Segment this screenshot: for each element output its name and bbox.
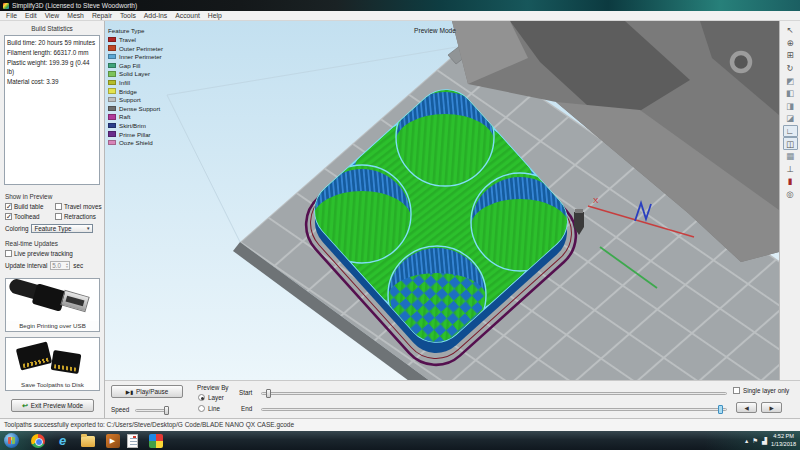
tray-clock[interactable]: 4:52 PM 1/13/2018 xyxy=(771,433,796,448)
legend-label: Inner Perimeter xyxy=(119,53,162,60)
speed-slider-thumb[interactable] xyxy=(164,406,169,415)
legend-label: Ooze Shield xyxy=(119,139,153,146)
toolbar-icon: ◪ xyxy=(786,113,794,123)
coloring-dropdown[interactable]: Feature Type ▼ xyxy=(31,224,93,233)
preview-by-radios: Layer Line xyxy=(198,394,224,412)
checkbox-label: Retractions xyxy=(64,213,96,220)
end-slider-thumb[interactable] xyxy=(718,405,723,414)
toolbar-icon: ⊞ xyxy=(786,50,793,60)
coloring-label: Coloring xyxy=(5,225,28,232)
legend-item: Support xyxy=(108,96,198,103)
start-button[interactable] xyxy=(4,433,19,448)
preview-3d-scene[interactable]: X xyxy=(105,21,779,380)
toolbar-button[interactable]: ◧ xyxy=(783,87,798,100)
speed-label: Speed xyxy=(111,406,129,413)
toolbar-button[interactable]: ▦ xyxy=(783,150,798,163)
legend-item: Prime Pillar xyxy=(108,131,198,138)
preview-checkbox-item[interactable]: Retractions xyxy=(55,213,105,220)
toolbar-button[interactable]: ∟ xyxy=(783,125,798,138)
checkbox-icon[interactable] xyxy=(55,213,62,220)
coloring-value: Feature Type xyxy=(34,225,71,232)
toolbar-button[interactable]: ◨ xyxy=(783,100,798,113)
toolbar-icon: ▦ xyxy=(786,151,794,161)
legend-item: Gap Fill xyxy=(108,62,198,69)
exit-preview-mode-button[interactable]: ↩ Exit Preview Mode xyxy=(11,399,94,412)
menu-item[interactable]: Mesh xyxy=(63,11,88,20)
network-icon[interactable]: ▟ xyxy=(762,437,767,445)
toolbar-button[interactable]: ◫ xyxy=(783,137,798,150)
checkbox-icon[interactable] xyxy=(5,250,12,257)
file-explorer-icon[interactable] xyxy=(81,436,95,447)
toolbar-button[interactable]: ⊥ xyxy=(783,163,798,176)
next-layer-button[interactable]: ▶ xyxy=(761,402,782,413)
preview-3d-viewport[interactable]: X Preview Mode Feature Type Travel Outer… xyxy=(105,21,779,380)
toolbar-icon: ↻ xyxy=(786,63,793,73)
back-arrow-icon: ↩ xyxy=(22,402,28,410)
toolbar-icon: ◫ xyxy=(786,139,794,149)
start-slider[interactable] xyxy=(261,392,727,395)
menu-item[interactable]: Tools xyxy=(116,11,140,20)
action-center-flag-icon[interactable]: ⚑ xyxy=(752,437,758,445)
end-slider[interactable] xyxy=(261,408,727,411)
preview-by-radio-item[interactable]: Line xyxy=(198,405,224,412)
menu-item[interactable]: Help xyxy=(204,11,226,20)
checkbox-icon[interactable] xyxy=(55,203,62,210)
radio-icon[interactable] xyxy=(198,394,205,401)
preview-by-label: Preview By xyxy=(197,384,229,391)
chrome-icon[interactable] xyxy=(31,434,45,448)
notepad-icon[interactable] xyxy=(127,434,138,448)
internet-explorer-icon[interactable]: e xyxy=(56,434,70,448)
legend-swatch xyxy=(108,114,116,120)
single-layer-checkbox-item[interactable]: Single layer only xyxy=(733,387,789,394)
menu-item[interactable]: File xyxy=(2,11,21,20)
window-titlebar[interactable]: Simplify3D (Licensed to Steve Woodworth) xyxy=(0,0,800,11)
speed-slider[interactable] xyxy=(135,409,169,412)
play-pause-button[interactable]: ▶▮ Play/Pause xyxy=(111,385,183,398)
legend-item: Infill xyxy=(108,79,198,86)
begin-printing-usb-button[interactable]: Begin Printing over USB xyxy=(5,278,100,332)
preview-checkbox-item[interactable]: Travel moves xyxy=(55,203,105,210)
update-interval-spinner[interactable]: 5.0 ▲▼ xyxy=(50,261,70,270)
preview-by-radio-item[interactable]: Layer xyxy=(198,394,224,401)
preview-checkbox-item[interactable]: Build table xyxy=(5,203,55,210)
start-slider-thumb[interactable] xyxy=(266,389,271,398)
toolbar-button[interactable]: ◎ xyxy=(783,188,798,201)
toolhead-marker-top xyxy=(575,209,583,213)
simplify3d-taskbar-icon[interactable] xyxy=(149,434,163,448)
menu-item[interactable]: Add-Ins xyxy=(140,11,171,20)
realtime-checkbox-item[interactable]: Live preview tracking xyxy=(5,250,105,257)
toolbar-button[interactable]: ◩ xyxy=(783,74,798,87)
toolbar-button[interactable]: ↖ xyxy=(783,24,798,37)
legend-swatch xyxy=(108,123,116,129)
checkbox-icon[interactable] xyxy=(733,387,740,394)
checkbox-icon[interactable] xyxy=(5,213,12,220)
menu-item[interactable]: View xyxy=(41,11,64,20)
toolbar-button[interactable]: ⊕ xyxy=(783,37,798,50)
tray-expand-icon[interactable]: ▴ xyxy=(745,437,748,445)
build-statistic-line: Filament length: 66317.0 mm xyxy=(7,48,97,58)
legend-label: Infill xyxy=(119,79,130,86)
view-toolbar: ↖ ⊕ ⊞ ↻ ◩ ◧ ◨ ◪ ∟ ◫ xyxy=(779,21,800,380)
toolbar-button[interactable]: ⊞ xyxy=(783,49,798,62)
previous-layer-button[interactable]: ◀ xyxy=(736,402,757,413)
play-pause-icon: ▶▮ xyxy=(126,389,133,395)
menu-item[interactable]: Edit xyxy=(21,11,41,20)
save-toolpaths-button[interactable]: Save Toolpaths to Disk xyxy=(5,337,100,391)
media-player-icon[interactable]: ▶ xyxy=(106,434,120,448)
toolbar-icon: ∟ xyxy=(786,126,794,136)
spinner-arrows-icon[interactable]: ▲▼ xyxy=(65,263,68,268)
menu-item[interactable]: Repair xyxy=(88,11,116,20)
menu-item[interactable]: Account xyxy=(171,11,204,20)
radio-icon[interactable] xyxy=(198,405,205,412)
toolbar-button[interactable]: ↻ xyxy=(783,62,798,75)
update-interval-unit: sec xyxy=(73,262,83,269)
legend-swatch xyxy=(108,45,116,51)
toolbar-button[interactable]: ▮ xyxy=(783,175,798,188)
show-in-preview-title: Show in Preview xyxy=(5,193,105,200)
preview-checkbox-item[interactable]: Toolhead xyxy=(5,213,55,220)
toolbar-button[interactable]: ◪ xyxy=(783,112,798,125)
end-label: End xyxy=(241,405,252,412)
sd-cards-image xyxy=(6,338,99,380)
legend-item: Ooze Shield xyxy=(108,139,198,146)
checkbox-icon[interactable] xyxy=(5,203,12,210)
